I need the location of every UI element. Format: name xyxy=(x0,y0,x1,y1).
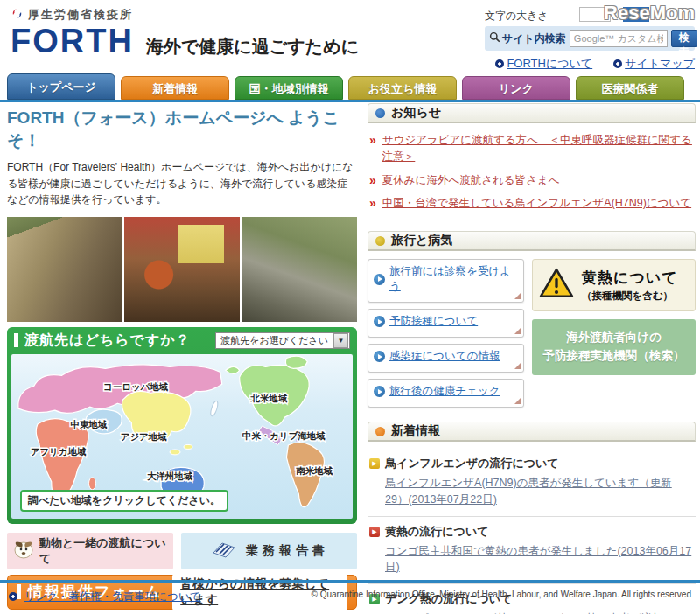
new-info-header: 新着情報 xyxy=(368,422,696,442)
news-title: 鳥インフルエンザの流行について xyxy=(385,456,559,471)
travel-link-box[interactable]: 旅行前には診察を受けよう xyxy=(368,259,524,303)
search-input[interactable] xyxy=(570,30,668,47)
main-nav: トップページ 新着情報 国・地域別情報 お役立ち情報 リンク 医療関係者 xyxy=(0,74,700,102)
welcome-text: FORTH（For Travelers' Health）ホームページでは、海外へ… xyxy=(7,159,357,208)
destination-select[interactable]: 渡航先をお選びください ▼ xyxy=(215,332,350,349)
arrow-bullet-icon xyxy=(374,351,385,362)
travel-link-box[interactable]: 旅行後の健康チェック xyxy=(368,379,524,408)
notice-link[interactable]: 中国・台湾で発生している鳥インフルエンザA(H7N9)について xyxy=(382,195,691,212)
news-link[interactable]: シンガポールでデング熱とチクングニア熱の患者が増加しています(2013年07月1… xyxy=(385,611,694,614)
org-name: 厚生労働省検疫所 xyxy=(28,7,133,23)
page-title: FORTH（フォース）ホームページへ ようこそ！ xyxy=(7,107,357,152)
blue-bullet-icon xyxy=(375,108,385,118)
mhlw-logo-icon xyxy=(10,7,24,23)
notice-list: » サウジアラビアに渡航する方へ ＜中東呼吸器症候群に関する注意＞ » 夏休みに… xyxy=(368,123,696,231)
map-label-middle-east[interactable]: 中東地域 xyxy=(71,420,108,429)
search-label: サイト内検索 xyxy=(489,31,566,46)
map-label-africa[interactable]: アフリカ地域 xyxy=(31,447,87,457)
news-arrow-icon: ▶ xyxy=(369,458,380,469)
photo-strip xyxy=(7,217,357,322)
tab-new-info[interactable]: 新着情報 xyxy=(121,76,229,100)
map-label-asia[interactable]: アジア地域 xyxy=(121,432,167,442)
notice-link[interactable]: 夏休みに海外へ渡航される皆さまへ xyxy=(382,172,560,189)
search-button[interactable]: 検索 xyxy=(671,30,697,47)
arrow-bullet-icon xyxy=(374,316,385,327)
travel-link-list: 旅行前には診察を受けよう 予防接種について 感染症についての情報 旅行後の健康チ… xyxy=(368,259,524,408)
news-link[interactable]: 鳥インフルエンザA(H7N9)の患者が発生しています（更新29）(2013年07… xyxy=(385,475,694,508)
notice-item: » 夏休みに海外へ渡航される皆さまへ xyxy=(369,172,694,189)
footer-legal-link[interactable]: リンク・著作権・免責事項について xyxy=(24,590,200,603)
footer-legal-link-wrap: リンク・著作権・免責事項について xyxy=(9,588,201,604)
bullet-icon xyxy=(613,59,622,68)
double-arrow-icon: » xyxy=(369,195,376,212)
animal-travel-banner[interactable]: 動物と一緒の渡航について xyxy=(7,533,173,569)
yellow-bullet-icon xyxy=(375,236,385,246)
map-region-africa[interactable] xyxy=(36,418,88,499)
map-madagascar[interactable] xyxy=(89,478,96,490)
travel-link-box[interactable]: 予防接種について xyxy=(368,309,524,338)
map-label-north-america[interactable]: 北米地域 xyxy=(250,394,288,403)
travel-link[interactable]: 予防接種について xyxy=(389,314,478,329)
site-logo[interactable]: 厚生労働省検疫所 FORTH 海外で健康に過ごすために xyxy=(10,7,359,59)
business-report-label: 業務報告書 xyxy=(246,543,329,559)
notices-header: お知らせ xyxy=(368,103,696,123)
sitemap-link[interactable]: サイトマップ xyxy=(613,56,695,72)
footer: リンク・著作権・免責事項について © Quarantine Informatio… xyxy=(0,588,700,604)
search-icon xyxy=(489,31,500,45)
arrow-bullet-icon xyxy=(374,386,385,397)
news-link[interactable]: コンゴ民主共和国で黄熱の患者が発生しました(2013年06月17日) xyxy=(385,543,694,576)
yellow-fever-banner[interactable]: 黄熱について （接種機関を含む） xyxy=(532,259,696,311)
site-tagline: 海外で健康に過ごすために xyxy=(146,35,359,59)
bullet-icon xyxy=(495,59,504,68)
header: 厚生労働省検疫所 FORTH 海外で健康に過ごすために 文字の大きさ ReseM… xyxy=(0,0,700,73)
about-forth-link[interactable]: FORTHについて xyxy=(495,56,592,72)
orange-bullet-icon xyxy=(375,427,385,436)
sidebar: お知らせ » サウジアラビアに渡航する方へ ＜中東呼吸器症候群に関する注意＞ »… xyxy=(368,103,696,614)
site-search-bar: サイト内検索 検索 xyxy=(485,26,695,51)
map-label-south-america[interactable]: 南米地域 xyxy=(296,466,332,476)
photo-market-scene xyxy=(242,217,357,322)
map-label-oceania[interactable]: 大洋州地域 xyxy=(146,471,193,481)
chevron-down-icon[interactable]: ▼ xyxy=(333,333,348,348)
warning-icon xyxy=(538,267,575,304)
destination-map-panel: 渡航先はどちらですか？ 渡航先をお選びください ▼ xyxy=(7,327,357,524)
tab-country-info[interactable]: 国・地域別情報 xyxy=(234,76,343,100)
travel-link[interactable]: 感染症についての情報 xyxy=(389,349,500,364)
main-column: FORTH（フォース）ホームページへ ようこそ！ FORTH（For Trave… xyxy=(7,105,357,610)
text-size-label: 文字の大きさ xyxy=(485,9,549,24)
travel-link[interactable]: 旅行後の健康チェック xyxy=(389,384,500,399)
dog-icon xyxy=(13,540,34,562)
text-size-controls: 文字の大きさ ReseMom xyxy=(485,2,695,24)
tab-useful-info[interactable]: お役立ち情報 xyxy=(348,76,457,100)
world-map: ヨーロッパ地域 北米地域 中東地域 アジア地域 中米・カリブ海地域 アフリカ地域… xyxy=(11,354,353,519)
double-arrow-icon: » xyxy=(369,172,376,189)
news-item: ▶ 鳥インフルエンザの流行について 鳥インフルエンザA(H7N9)の患者が発生し… xyxy=(368,449,696,517)
yellow-fever-title: 黄熱について xyxy=(582,268,678,288)
vaccine-search-banner[interactable]: 海外渡航者向けの 予防接種実施機関（検索） xyxy=(532,319,696,375)
tab-links[interactable]: リンク xyxy=(462,76,570,100)
map-region-asia[interactable] xyxy=(170,450,180,455)
destination-title: 渡航先はどちらですか？ xyxy=(14,331,191,350)
map-label-central-america[interactable]: 中米・カリブ海地域 xyxy=(242,430,326,441)
travel-disease-header: 旅行と病気 xyxy=(368,231,696,251)
title-bar-icon xyxy=(14,333,18,347)
map-label-europe[interactable]: ヨーロッパ地域 xyxy=(103,382,169,392)
notice-link[interactable]: サウジアラビアに渡航する方へ ＜中東呼吸器症候群に関する注意＞ xyxy=(382,132,694,165)
animal-travel-label: 動物と一緒の渡航について xyxy=(39,535,167,567)
forth-logo-text[interactable]: FORTH xyxy=(10,24,134,58)
report-book-icon xyxy=(209,540,237,562)
map-region-asia[interactable] xyxy=(184,444,192,449)
map-instruction: 調べたい地域をクリックしてください。 xyxy=(20,490,228,512)
map-alaska xyxy=(226,366,240,373)
travel-link[interactable]: 旅行前には診察を受けよう xyxy=(389,264,518,294)
map-japan xyxy=(209,401,219,417)
business-report-banner[interactable]: 業務報告書 xyxy=(181,533,357,569)
travel-link-box[interactable]: 感染症についての情報 xyxy=(368,344,524,373)
header-tools: 文字の大きさ ReseMom サイト内検索 検索 FORTHについて サイトマッ… xyxy=(485,2,695,72)
resemom-watermark: ReseMom xyxy=(604,2,695,24)
news-arrow-icon: ▶ xyxy=(369,527,380,537)
notice-item: » サウジアラビアに渡航する方へ ＜中東呼吸器症候群に関する注意＞ xyxy=(369,132,694,165)
tab-top-page[interactable]: トップページ xyxy=(7,73,116,100)
tab-medical[interactable]: 医療関係者 xyxy=(576,76,684,100)
double-arrow-icon: » xyxy=(369,132,376,165)
